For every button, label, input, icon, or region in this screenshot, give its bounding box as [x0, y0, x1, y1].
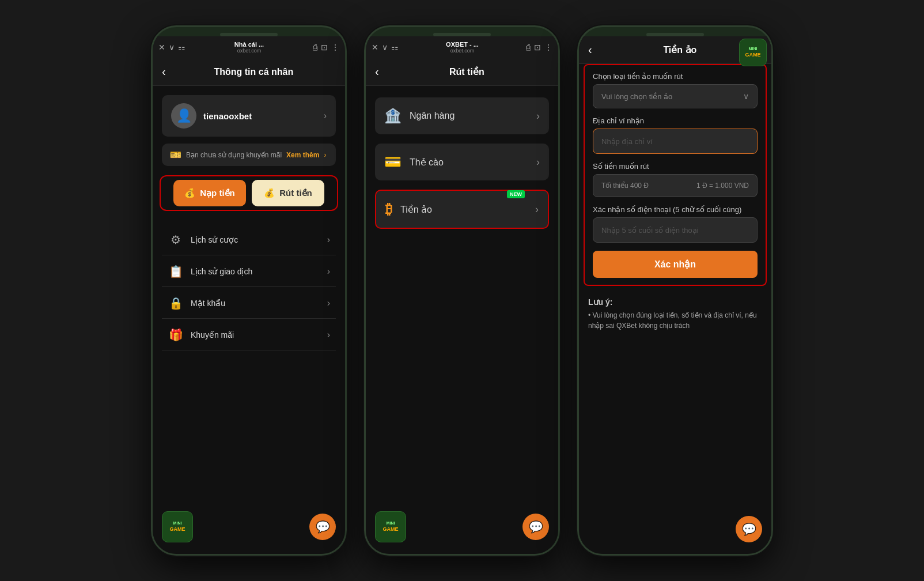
- back-button-1[interactable]: ‹: [162, 65, 166, 78]
- deposit-button[interactable]: 💰 Nạp tiền: [173, 180, 246, 206]
- screen-3: ‹ Tiền ảo MINI GAME Chọn loại tiền ảo mu…: [579, 36, 771, 554]
- card-label: Thẻ cào: [410, 157, 528, 168]
- address-group: Địa chỉ ví nhận Nhập địa chỉ ví: [593, 116, 758, 154]
- menu-icon[interactable]: ⋮: [331, 43, 339, 52]
- address-placeholder: Nhập địa chỉ ví: [601, 137, 653, 146]
- withdraw-option-card[interactable]: 💳 Thẻ cào ›: [375, 144, 549, 180]
- chevron-down-icon-2[interactable]: ∨: [382, 43, 388, 52]
- withdraw-menu: 🏦 Ngân hàng › 💳 Thẻ cào › NEW ₿ Tiền ảo …: [366, 86, 558, 240]
- menu-list: ⚙ Lịch sử cược › 📋 Lịch sử giao dịch › 🔒…: [153, 220, 345, 355]
- screen-header-3: ‹ Tiền ảo MINI GAME: [579, 36, 771, 64]
- withdraw-label: Rút tiền: [279, 188, 312, 198]
- tabs-icon-2[interactable]: ⚏: [391, 43, 399, 52]
- withdraw-icon: 💰: [264, 188, 275, 198]
- mini-game-badge-1[interactable]: MINI GAME: [162, 511, 193, 542]
- menu-item-promo[interactable]: 🎁 Khuyến mãi ›: [162, 320, 336, 350]
- promo-card[interactable]: 🎫 Bạn chưa sử dụng khuyến mãi Xem thêm ›: [162, 144, 336, 166]
- phone-1: ✕ ∨ ⚏ Nhà cái ... oxbet.com ⎙ ⊡ ⋮ ‹ Thôn…: [151, 25, 347, 556]
- crypto-select-placeholder: Vui lòng chọn tiền ảo: [601, 92, 672, 101]
- address-label: Địa chỉ ví nhận: [593, 116, 758, 125]
- screen-1: ‹ Thông tin cá nhân 👤 tienaooxbet › 🎫 Bạ…: [153, 58, 345, 554]
- back-button-2[interactable]: ‹: [375, 65, 379, 78]
- menu-label-3: Khuyến mãi: [191, 330, 320, 339]
- phone-input-wrapper[interactable]: Nhập 5 số cuối số điện thoại: [593, 217, 758, 243]
- note-title: Lưu ý:: [588, 297, 762, 307]
- close-icon-2[interactable]: ✕: [372, 43, 378, 52]
- bookmark-icon-2[interactable]: ⊡: [534, 43, 541, 52]
- mini-label-2: MINI: [387, 521, 395, 526]
- username: tienaooxbet: [203, 111, 317, 121]
- chevron-down-icon[interactable]: ∨: [169, 43, 175, 52]
- menu-chevron-0: ›: [327, 235, 330, 245]
- deposit-icon: 💰: [184, 188, 195, 198]
- mini-game-badge-2[interactable]: MINI GAME: [375, 511, 406, 542]
- gift-icon: 🎁: [168, 328, 184, 342]
- chat-button-3[interactable]: 💬: [736, 516, 762, 542]
- amount-min: Tối thiểu 400 Đ: [601, 182, 649, 190]
- bottom-bar-2: MINI GAME 💬: [366, 505, 558, 554]
- phone-confirm-label: Xác nhận số điện thoại (5 chữ số cuối cù…: [593, 205, 758, 214]
- bank-icon: 🏦: [384, 108, 402, 124]
- withdraw-option-bank[interactable]: 🏦 Ngân hàng ›: [375, 97, 549, 134]
- browser-bar-1: ✕ ∨ ⚏ Nhà cái ... oxbet.com ⎙ ⊡ ⋮: [153, 36, 345, 58]
- promo-chevron-icon: ›: [324, 151, 326, 159]
- menu-label-2: Mật khẩu: [191, 299, 320, 308]
- crypto-chevron-icon: ›: [535, 203, 539, 216]
- promo-link[interactable]: Xem thêm: [286, 151, 319, 159]
- note-text: • Vui lòng chọn đúng loại tiền, số tiền …: [588, 310, 762, 331]
- card-icon: 💳: [384, 154, 402, 170]
- game-label: GAME: [170, 526, 185, 533]
- mini-game-badge-3[interactable]: MINI GAME: [739, 39, 767, 66]
- amount-group: Số tiền muốn rút Tối thiểu 400 Đ 1 Đ = 1…: [593, 162, 758, 197]
- bank-label: Ngân hàng: [410, 111, 528, 121]
- crypto-select-group: Chọn loại tiền ảo muốn rút Vui lòng chọn…: [593, 72, 758, 108]
- note-section: Lưu ý: • Vui lòng chọn đúng loại tiền, s…: [579, 290, 771, 338]
- bottom-bar-1: MINI GAME 💬: [153, 505, 345, 554]
- page-title-3: Tiền ảo: [598, 44, 762, 55]
- close-icon[interactable]: ✕: [158, 43, 165, 52]
- screen-2: ‹ Rút tiền 🏦 Ngân hàng › 💳 Thẻ cào › NEW…: [366, 58, 558, 554]
- back-button-3[interactable]: ‹: [588, 43, 592, 56]
- menu-label-0: Lịch sử cược: [191, 235, 320, 244]
- chat-button-2[interactable]: 💬: [522, 514, 549, 540]
- card-chevron-icon: ›: [536, 156, 540, 168]
- menu-item-history[interactable]: ⚙ Lịch sử cược ›: [162, 225, 336, 255]
- dropdown-icon: ∨: [743, 92, 749, 101]
- mini-label: MINI: [173, 521, 182, 526]
- share-icon[interactable]: ⎙: [313, 43, 317, 52]
- site-url-2: oxbet.com: [402, 48, 522, 54]
- page-title-2: Rút tiền: [385, 66, 549, 77]
- phone-2: ✕ ∨ ⚏ OXBET - ... oxbet.com ⎙ ⊡ ⋮ ‹ Rút …: [364, 25, 560, 556]
- action-buttons: 💰 Nạp tiền 💰 Rút tiền: [164, 180, 334, 206]
- deposit-label: Nạp tiền: [200, 188, 235, 198]
- new-badge: NEW: [507, 190, 525, 198]
- withdraw-option-crypto[interactable]: NEW ₿ Tiền ảo ›: [375, 190, 549, 229]
- menu-chevron-3: ›: [327, 330, 330, 340]
- menu-item-password[interactable]: 🔒 Mật khẩu ›: [162, 288, 336, 319]
- crypto-select[interactable]: Vui lòng chọn tiền ảo ∨: [593, 84, 758, 108]
- menu-label-1: Lịch sử giao dịch: [191, 267, 320, 276]
- tien-ao-form: Chọn loại tiền ảo muốn rút Vui lòng chọn…: [584, 64, 767, 286]
- page-title-1: Thông tin cá nhân: [172, 67, 336, 77]
- bottom-bar-3: 💬: [579, 510, 771, 554]
- withdraw-button-1[interactable]: 💰 Rút tiền: [252, 180, 324, 206]
- screen-header-2: ‹ Rút tiền: [366, 58, 558, 86]
- menu-icon-2[interactable]: ⋮: [544, 43, 552, 52]
- user-card[interactable]: 👤 tienaooxbet ›: [162, 95, 336, 137]
- chat-button-1[interactable]: 💬: [309, 514, 336, 540]
- crypto-label: Tiền ảo: [400, 204, 527, 215]
- share-icon-2[interactable]: ⎙: [526, 43, 531, 52]
- user-chevron-icon: ›: [324, 111, 327, 121]
- menu-chevron-2: ›: [327, 298, 330, 308]
- confirm-button[interactable]: Xác nhận: [593, 251, 758, 278]
- game-label-2: GAME: [383, 526, 399, 533]
- phone-placeholder: Nhập 5 số cuối số điện thoại: [601, 226, 699, 235]
- bookmark-icon[interactable]: ⊡: [321, 43, 328, 52]
- tabs-icon[interactable]: ⚏: [178, 43, 185, 52]
- history-icon: ⚙: [168, 233, 184, 247]
- amount-info[interactable]: Tối thiểu 400 Đ 1 Đ = 1.000 VND: [593, 174, 758, 197]
- site-name-1: Nhà cái ...: [189, 41, 309, 48]
- avatar: 👤: [171, 103, 196, 129]
- action-buttons-wrapper: 💰 Nạp tiền 💰 Rút tiền: [160, 175, 338, 211]
- menu-item-transactions[interactable]: 📋 Lịch sử giao dịch ›: [162, 256, 336, 287]
